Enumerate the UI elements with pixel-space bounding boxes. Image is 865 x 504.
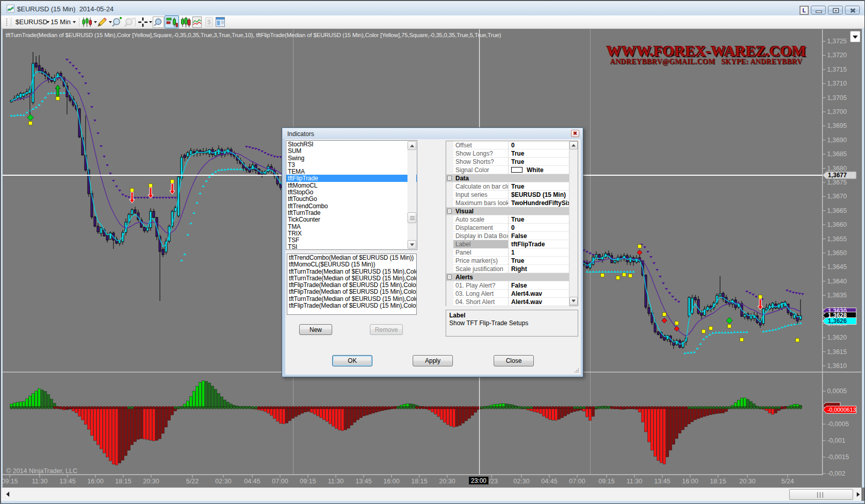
svg-text:09:15: 09:15: [300, 478, 316, 485]
svg-text:1,3675: 1,3675: [827, 179, 847, 186]
svg-text:1,3700: 1,3700: [827, 108, 847, 115]
svg-text:1,3680: 1,3680: [827, 165, 847, 172]
svg-text:1,3615: 1,3615: [827, 348, 847, 356]
svg-text:-0,0005: -0,0005: [827, 421, 849, 428]
svg-text:11:30: 11:30: [328, 478, 344, 485]
svg-text:1,3705: 1,3705: [827, 94, 847, 102]
svg-text:1,3610: 1,3610: [827, 362, 847, 369]
svg-text:1,3626: 1,3626: [828, 317, 847, 325]
svg-text:23:00: 23:00: [471, 477, 486, 484]
svg-text:11:30: 11:30: [32, 478, 47, 485]
svg-text:1,3725: 1,3725: [827, 38, 847, 45]
svg-text:1,3650: 1,3650: [827, 249, 847, 257]
svg-text:1,3710: 1,3710: [827, 80, 847, 87]
svg-text:1,3635: 1,3635: [827, 292, 847, 299]
svg-text:20:30: 20:30: [143, 478, 159, 485]
svg-text:1,3695: 1,3695: [827, 122, 847, 129]
svg-text:-0,0000613: -0,0000613: [827, 407, 856, 413]
svg-text:1,3640: 1,3640: [827, 278, 847, 285]
svg-text:04:45: 04:45: [541, 478, 557, 485]
svg-text:02:30: 02:30: [215, 478, 231, 485]
svg-text:07:00: 07:00: [272, 478, 288, 485]
svg-text:20:30: 20:30: [439, 478, 455, 485]
svg-text:© 2014 NinjaTrader, LLC: © 2014 NinjaTrader, LLC: [6, 467, 77, 475]
svg-text:1,3685: 1,3685: [827, 150, 847, 158]
svg-text:13:45: 13:45: [59, 478, 75, 485]
svg-text:1,3670: 1,3670: [827, 193, 847, 200]
svg-text:1,3690: 1,3690: [827, 137, 847, 144]
svg-text:20:30: 20:30: [739, 478, 755, 485]
svg-text:5/24: 5/24: [781, 478, 794, 485]
svg-text:09:15: 09:15: [598, 478, 614, 485]
svg-text:1,3645: 1,3645: [827, 263, 847, 271]
svg-text:18:15: 18:15: [115, 478, 131, 485]
svg-text:18:15: 18:15: [411, 478, 427, 485]
svg-text:11:30: 11:30: [627, 478, 642, 485]
svg-text:16:00: 16:00: [682, 478, 698, 485]
svg-text:-0,001: -0,001: [827, 437, 845, 444]
svg-text:1,3715: 1,3715: [827, 66, 847, 73]
svg-text:1,3677: 1,3677: [828, 172, 847, 179]
svg-text:13:45: 13:45: [355, 478, 371, 485]
svg-text:16:00: 16:00: [87, 478, 103, 485]
svg-text:18:15: 18:15: [710, 478, 726, 485]
svg-text:02:30: 02:30: [513, 478, 529, 485]
svg-text:16:00: 16:00: [383, 478, 399, 485]
svg-text:5/22: 5/22: [186, 478, 199, 485]
svg-text:1,3620: 1,3620: [827, 334, 847, 341]
svg-text:09:15: 09:15: [2, 478, 18, 485]
svg-text:0,0005: 0,0005: [827, 388, 847, 395]
svg-text:13:45: 13:45: [654, 478, 670, 485]
svg-text:-0,002: -0,002: [827, 470, 845, 477]
svg-text:1,3655: 1,3655: [827, 236, 847, 243]
svg-text:04:45: 04:45: [244, 478, 260, 485]
svg-text:1,3720: 1,3720: [827, 52, 847, 59]
svg-text:1,3665: 1,3665: [827, 207, 847, 214]
svg-text:07:00: 07:00: [569, 478, 585, 485]
svg-text:-0,0015: -0,0015: [827, 453, 849, 461]
svg-text:$: $: [207, 19, 211, 26]
svg-text:1,3660: 1,3660: [827, 221, 847, 228]
